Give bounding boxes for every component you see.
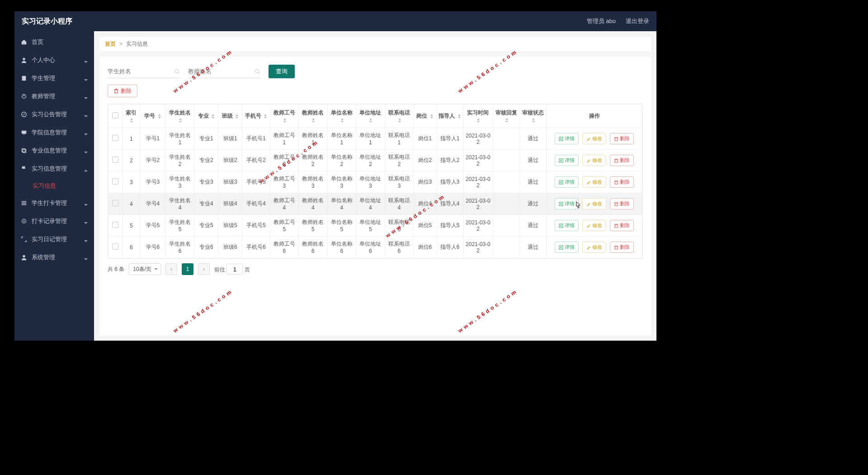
sidebar-item-label: 学生打卡管理 [32, 199, 67, 207]
row-checkbox[interactable] [108, 237, 123, 258]
detail-button[interactable]: 详情 [555, 220, 579, 231]
home-icon [21, 39, 27, 45]
sidebar-item-college[interactable]: 学院信息管理 [14, 124, 94, 142]
cell-sno: 学号5 [140, 215, 165, 237]
svg-rect-9 [22, 201, 27, 202]
col-c3[interactable]: 学生姓名 [165, 104, 194, 128]
sidebar: 首页 个人中心 学生管理 教师管理 实习公告管理 [14, 31, 94, 341]
cell-tno: 教师工号6 [270, 237, 298, 258]
sidebar-item-student[interactable]: 学生管理 [14, 69, 94, 87]
edit-button[interactable]: 修改 [582, 198, 606, 209]
detail-button[interactable]: 详情 [555, 133, 579, 144]
cell-class: 班级4 [218, 193, 242, 215]
search-button[interactable]: 查询 [269, 65, 295, 78]
col-c6[interactable]: 手机号 [242, 104, 270, 128]
col-c4[interactable]: 专业 [194, 104, 218, 128]
cell-org: 单位名称6 [327, 237, 356, 258]
cell-tno: 教师工号4 [270, 193, 298, 215]
col-c2[interactable]: 学号 [140, 104, 165, 128]
detail-button[interactable]: 详情 [555, 242, 579, 253]
sidebar-item-profile[interactable]: 个人中心 [14, 51, 94, 69]
teacher-name-input[interactable] [188, 68, 255, 75]
table-row: 4学号4学生姓名4专业4班级4手机号4教师工号4教师姓名4单位名称4单位地址4联… [108, 193, 642, 215]
detail-button[interactable]: 详情 [555, 198, 579, 209]
edit-button[interactable]: 修改 [582, 176, 606, 188]
sidebar-item-checkin-log[interactable]: 打卡记录管理 [14, 212, 94, 230]
pager-prev[interactable]: ‹ [165, 263, 177, 275]
col-c5[interactable]: 班级 [218, 104, 242, 128]
cell-major: 专业6 [194, 237, 218, 258]
delete-button[interactable]: 删除 [610, 176, 634, 188]
sidebar-item-label: 实习公告管理 [32, 110, 67, 119]
chevron-down-icon [84, 95, 88, 98]
logout-link[interactable]: 退出登录 [626, 17, 649, 25]
sidebar-subitem-intern-info[interactable]: 实习信息 [14, 178, 94, 194]
chevron-down-icon [84, 149, 88, 152]
pager-goto-input[interactable] [226, 264, 243, 275]
detail-button[interactable]: 详情 [555, 176, 579, 188]
cell-tname: 教师姓名1 [299, 128, 327, 150]
svg-rect-27 [559, 159, 563, 162]
sidebar-item-system[interactable]: 系统管理 [14, 248, 94, 266]
pager-page-1[interactable]: 1 [182, 263, 193, 275]
col-c7[interactable]: 教师工号 [270, 104, 298, 128]
chevron-up-icon [84, 167, 88, 171]
col-c12[interactable]: 岗位 [414, 104, 437, 128]
col-c8[interactable]: 教师姓名 [299, 104, 327, 128]
col-c10[interactable]: 单位地址 [356, 104, 385, 128]
student-name-filter[interactable] [108, 65, 180, 78]
row-checkbox[interactable] [108, 150, 123, 171]
cell-major: 专业5 [194, 215, 218, 237]
row-checkbox[interactable] [108, 171, 123, 193]
svg-rect-42 [559, 224, 563, 228]
power-icon [21, 93, 27, 100]
sidebar-item-diary[interactable]: 实习日记管理 [14, 230, 94, 248]
delete-button[interactable]: 删除 [610, 155, 634, 166]
chevron-down-icon [84, 219, 88, 223]
row-checkbox[interactable] [108, 128, 123, 150]
col-c11[interactable]: 联系电话 [385, 104, 413, 128]
sidebar-item-home[interactable]: 首页 [14, 33, 94, 51]
breadcrumb: 首页 > 实习信息 [99, 37, 651, 51]
edit-button[interactable]: 修改 [582, 133, 606, 144]
pager-total: 共 6 条 [108, 266, 124, 273]
cell-tname: 教师姓名5 [299, 215, 327, 237]
edit-button[interactable]: 修改 [582, 155, 606, 166]
col-checkbox[interactable] [108, 104, 123, 128]
edit-button[interactable]: 修改 [582, 220, 606, 231]
batch-delete-button[interactable]: 删除 [108, 85, 137, 97]
pager-next[interactable]: › [198, 263, 210, 275]
col-c16[interactable]: 审核状态 [519, 104, 546, 128]
breadcrumb-home[interactable]: 首页 [105, 40, 116, 48]
cell-sno: 学号4 [140, 193, 165, 215]
row-checkbox[interactable] [108, 193, 123, 215]
col-c13[interactable]: 指导人 [436, 104, 463, 128]
delete-button[interactable]: 删除 [610, 242, 634, 253]
delete-button[interactable]: 删除 [610, 133, 634, 144]
col-c14[interactable]: 实习时间 [463, 104, 493, 128]
sidebar-item-checkin[interactable]: 学生打卡管理 [14, 194, 94, 212]
svg-point-15 [175, 69, 179, 73]
delete-button[interactable]: 删除 [610, 220, 634, 231]
cell-class: 班级5 [218, 215, 242, 237]
page-size-select[interactable]: 10条/页 [129, 263, 161, 275]
student-name-input[interactable] [108, 68, 174, 75]
sidebar-item-major[interactable]: 专业信息管理 [14, 142, 94, 160]
edit-button[interactable]: 修改 [582, 242, 606, 253]
sidebar-item-teacher[interactable]: 教师管理 [14, 87, 94, 105]
sidebar-item-notice[interactable]: 实习公告管理 [14, 105, 94, 124]
row-checkbox[interactable] [108, 215, 123, 237]
delete-button[interactable]: 删除 [610, 198, 634, 209]
svg-rect-19 [115, 90, 118, 93]
current-user[interactable]: 管理员 abo [587, 17, 616, 25]
col-c15[interactable]: 审核回复 [493, 104, 519, 128]
cell-phone: 手机号3 [242, 171, 270, 193]
teacher-name-filter[interactable] [188, 65, 260, 78]
cell-status: 通过 [519, 237, 546, 258]
detail-button[interactable]: 详情 [555, 155, 579, 166]
col-c1[interactable]: 索引 [123, 104, 140, 128]
sidebar-item-intern-info[interactable]: 实习信息管理 [14, 160, 94, 178]
col-c9[interactable]: 单位名称 [327, 104, 356, 128]
cell-sno: 学号6 [140, 237, 165, 258]
sidebar-item-label: 实习信息管理 [32, 165, 67, 173]
